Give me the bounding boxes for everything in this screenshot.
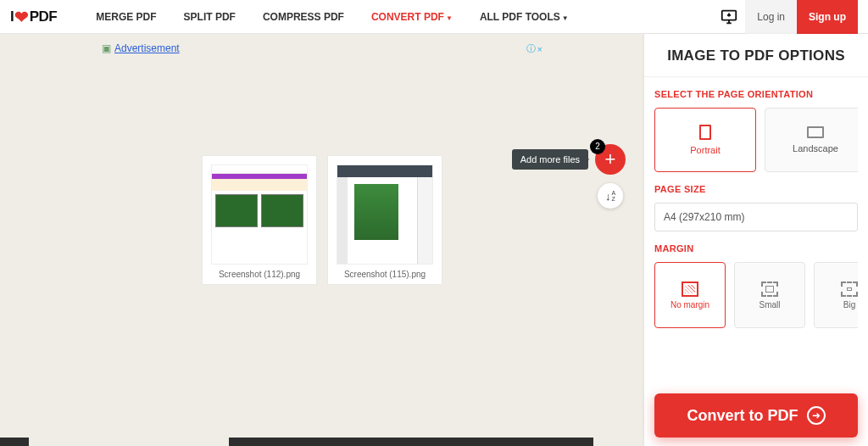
- floating-actions: Add more files 2 + ↓ AZ: [512, 144, 626, 209]
- orientation-portrait[interactable]: Portrait: [654, 108, 756, 172]
- logo[interactable]: I ❤ PDF: [10, 7, 57, 27]
- file-count-badge: 2: [590, 139, 605, 154]
- orientation-landscape[interactable]: Landscape: [765, 108, 858, 172]
- main-nav: MERGE PDF SPLIT PDF COMPRESS PDF CONVERT…: [82, 1, 581, 33]
- file-thumb[interactable]: Screenshot (112).png: [202, 155, 317, 285]
- options-sidebar: IMAGE TO PDF OPTIONS SELECT THE PAGE ORI…: [644, 34, 868, 446]
- landscape-icon: [807, 126, 824, 138]
- convert-button[interactable]: Convert to PDF ➜: [654, 393, 858, 438]
- nav-convert[interactable]: CONVERT PDF▼: [358, 1, 466, 33]
- broken-image-icon: ▣: [102, 42, 111, 54]
- margin-small-icon: [761, 282, 778, 297]
- sidebar-title: IMAGE TO PDF OPTIONS: [644, 34, 868, 77]
- thumb-preview: [337, 164, 433, 265]
- header-right: Log in Sign up: [713, 0, 858, 33]
- app-header: I ❤ PDF MERGE PDF SPLIT PDF COMPRESS PDF…: [0, 0, 868, 34]
- login-button[interactable]: Log in: [745, 0, 797, 34]
- page-size-select[interactable]: A4 (297x210 mm): [654, 203, 858, 231]
- heart-icon: ❤: [14, 7, 29, 27]
- arrow-right-icon: ➜: [807, 406, 826, 425]
- orientation-label: SELECT THE PAGE ORIENTATION: [654, 89, 858, 99]
- close-icon: ×: [537, 44, 542, 54]
- portrait-icon: [699, 125, 711, 140]
- nav-merge[interactable]: MERGE PDF: [82, 1, 170, 33]
- sort-az-icon: AZ: [611, 190, 615, 202]
- add-tooltip: Add more files: [512, 149, 588, 170]
- caret-down-icon: ▼: [562, 14, 569, 22]
- nav-compress[interactable]: COMPRESS PDF: [249, 1, 358, 33]
- margin-label: MARGIN: [654, 243, 858, 254]
- add-files-button[interactable]: 2 +: [595, 144, 626, 175]
- file-name: Screenshot (115).png: [344, 265, 426, 282]
- caret-down-icon: ▼: [446, 14, 453, 22]
- signup-button[interactable]: Sign up: [797, 0, 858, 34]
- sort-button[interactable]: ↓ AZ: [598, 183, 623, 209]
- sort-arrow-icon: ↓: [605, 190, 611, 203]
- logo-suffix: PDF: [30, 8, 58, 25]
- margin-big[interactable]: Big: [814, 262, 858, 328]
- margin-big-icon: [841, 282, 858, 297]
- file-thumbnails: Screenshot (112).png Screenshot (115).pn…: [202, 155, 442, 285]
- thumb-preview: [211, 164, 308, 265]
- workspace: ▣ Advertisement ⓘ × Screenshot (112).png: [0, 34, 644, 446]
- nav-split[interactable]: SPLIT PDF: [170, 1, 249, 33]
- page-size-label: PAGE SIZE: [654, 184, 858, 194]
- desktop-download-icon[interactable]: [713, 0, 745, 34]
- info-icon: ⓘ: [526, 42, 536, 55]
- margin-small[interactable]: Small: [734, 262, 805, 328]
- file-thumb[interactable]: Screenshot (115).png: [327, 155, 442, 285]
- ad-placeholder: ▣ Advertisement: [102, 42, 180, 54]
- margin-none[interactable]: No margin: [654, 262, 726, 328]
- plus-icon: +: [605, 150, 616, 169]
- ad-link[interactable]: Advertisement: [114, 42, 180, 54]
- nav-all-tools[interactable]: ALL PDF TOOLS▼: [466, 1, 582, 33]
- ad-info-close[interactable]: ⓘ ×: [526, 42, 542, 55]
- margin-none-icon: [682, 282, 698, 297]
- file-name: Screenshot (112).png: [219, 265, 300, 282]
- logo-prefix: I: [10, 8, 14, 25]
